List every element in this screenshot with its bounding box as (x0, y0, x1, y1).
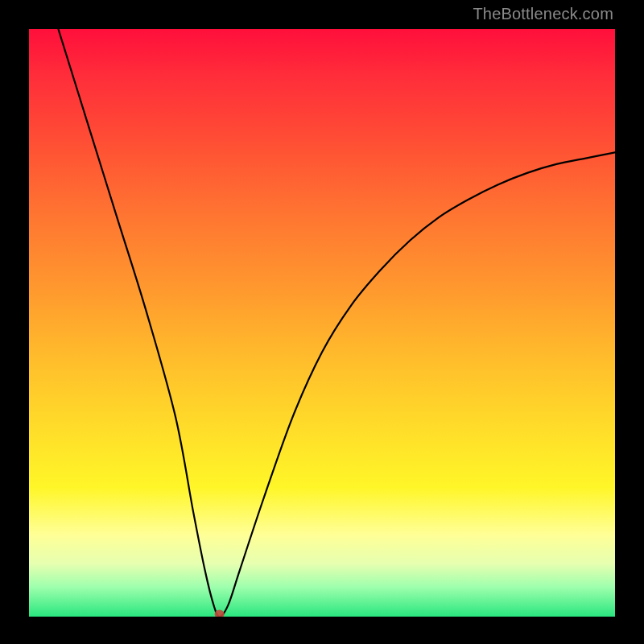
curve-layer (29, 29, 615, 617)
bottleneck-curve (58, 29, 615, 617)
watermark-text: TheBottleneck.com (473, 5, 613, 23)
min-point-marker (215, 610, 225, 617)
plot-area (29, 29, 615, 617)
chart-frame: TheBottleneck.com (0, 0, 644, 644)
